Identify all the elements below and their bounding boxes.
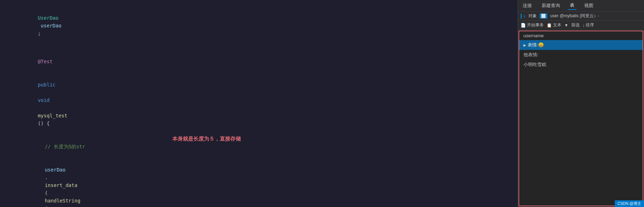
filter-icon: ▼ (564, 23, 568, 28)
code-line: @Test (14, 50, 517, 73)
text-label: 文本 (553, 22, 561, 28)
code-line: userDao . insert_data ( handleString ( s… (21, 158, 517, 207)
dropdown-item-xiaoming[interactable]: 小明吃雪糕 (519, 60, 643, 70)
code-token: ( (45, 206, 51, 207)
filter-label: 筛选 (571, 22, 580, 28)
sort-btn[interactable]: ↓ 排序 (582, 22, 594, 28)
code-line: // 长度为5的str 本身就是长度为５，直接存储 (21, 135, 517, 158)
toolbar-table[interactable]: 表 (568, 1, 577, 10)
code-token: handleString (45, 198, 80, 203)
code-token (38, 90, 40, 95)
panel-toolbar: 连接 新建查询 表 视图 (518, 0, 644, 12)
code-token: ; (38, 31, 40, 36)
code-token: insert_data (45, 182, 77, 188)
toolbar-connect[interactable]: 连接 (521, 2, 534, 9)
filter-icon-wrapper[interactable]: ▼ (564, 23, 568, 28)
sort-label: 排序 (586, 22, 594, 28)
footer-credit: CSDN @博主 (615, 200, 644, 207)
code-token: () { (38, 121, 50, 126)
code-comment: // 长度为5的str (45, 144, 85, 149)
start-transaction-btn[interactable]: 📄 开始事务 (521, 22, 544, 28)
toolbar-new-query[interactable]: 新建查询 (540, 2, 562, 9)
text-btn[interactable]: 📋 文本 (547, 22, 561, 28)
filter-btn[interactable]: 筛选 (571, 22, 580, 28)
dropdown-item-label: 小明吃雪糕 (523, 62, 546, 68)
start-transaction-label: 开始事务 (527, 22, 544, 28)
dropdown-item-label: 表情:😀 (528, 42, 544, 48)
code-token: userDao (45, 167, 65, 173)
panel-sub-toolbar: ∨ 对象 ⬜ user @mybatis (阿里云）- (518, 12, 644, 21)
dropdown-list: username ▶ 表情:😀 他表情: 小明吃雪糕 (519, 31, 643, 70)
dropdown-item-label: username (523, 33, 544, 38)
code-token: ( (45, 190, 47, 196)
code-token: @Test (38, 59, 52, 64)
toolbar-view[interactable]: 视图 (582, 2, 595, 9)
transaction-icon: 📄 (521, 23, 526, 28)
sort-icon: ↓ (582, 23, 585, 28)
code-token (38, 105, 40, 111)
object-label: 对象 (528, 13, 537, 19)
editor-area: UserDao userDao ; @Test public void mysq… (0, 0, 517, 207)
table-badge: ⬜ (540, 13, 547, 19)
text-icon: 📋 (547, 23, 552, 28)
code-line: public void mysql_test () { (14, 73, 517, 135)
dropdown-item-emoji[interactable]: ▶ 表情:😀 (519, 40, 643, 50)
dropdown-container: username ▶ 表情:😀 他表情: 小明吃雪糕 (519, 31, 643, 206)
code-line: UserDao userDao ; (14, 6, 517, 45)
code-token: userDao (38, 23, 61, 28)
chevron-indicator: ∨ (521, 14, 526, 19)
code-token: . (45, 175, 47, 180)
dropdown-item-label: 他表情: (523, 52, 539, 58)
code-token: void (38, 97, 50, 103)
expand-arrow-icon: ▶ (523, 43, 526, 47)
code-token: mysql_test (38, 113, 67, 118)
table-name: user @mybatis (阿里云）- (550, 13, 599, 19)
code-token: UserDao (38, 15, 58, 21)
dropdown-item-other-emoji[interactable]: 他表情: (519, 50, 643, 60)
panel-actions: 📄 开始事务 📋 文本 ▼ 筛选 ↓ 排序 (518, 21, 644, 30)
code-token: public (38, 82, 56, 88)
dropdown-item-username[interactable]: username (519, 31, 643, 40)
right-panel: 连接 新建查询 表 视图 ∨ 对象 ⬜ user @mybatis (阿里云）-… (517, 0, 644, 207)
